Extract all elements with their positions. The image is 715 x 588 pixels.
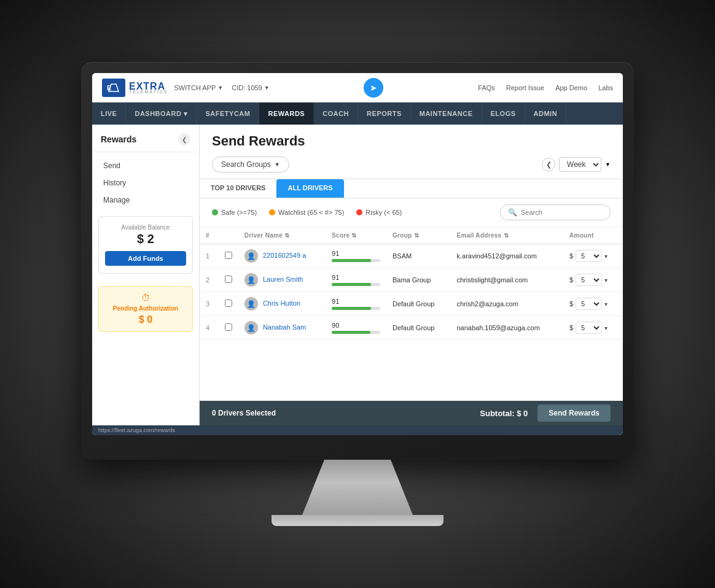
driver-avatar: 👤 (244, 273, 258, 287)
rank-cell: 4 (200, 316, 219, 340)
drivers-selected-label: 0 Drivers Selected (212, 409, 276, 417)
amount-chevron-icon: ▾ (604, 325, 608, 331)
col-checkbox (219, 227, 238, 244)
drivers-table: # Driver Name ⇅ Score ⇅ Group ⇅ Email Ad… (200, 227, 623, 340)
nav-item-reports[interactable]: REPORTS (358, 103, 411, 125)
row-checkbox-cell[interactable] (219, 292, 238, 316)
amount-cell: $ 5 10 25 ▾ (563, 292, 623, 316)
col-driver-name[interactable]: Driver Name ⇅ (238, 227, 326, 244)
search-input[interactable] (521, 209, 603, 216)
col-score[interactable]: Score ⇅ (326, 227, 386, 244)
search-box[interactable]: 🔍 (500, 204, 611, 220)
driver-name[interactable]: Chris Hutton (263, 300, 300, 307)
monitor-base (272, 515, 443, 526)
col-email[interactable]: Email Address ⇅ (450, 227, 563, 244)
driver-name[interactable]: Lauren Smith (263, 276, 303, 283)
sidebar-item-send[interactable]: Send (92, 157, 199, 174)
col-group[interactable]: Group ⇅ (386, 227, 451, 244)
score-bar-bg (332, 331, 380, 334)
nav-bar: LIVE DASHBOARD ▾ SAFETYCAM REWARDS COACH… (92, 103, 623, 125)
nav-item-coach[interactable]: COACH (314, 103, 358, 125)
nav-item-dashboard[interactable]: DASHBOARD ▾ (126, 103, 197, 125)
score-bar-fill (332, 307, 371, 310)
faqs-link[interactable]: FAQs (478, 84, 495, 91)
sidebar-collapse-button[interactable]: ❮ (178, 133, 190, 145)
email-cell: christislight@gmail.com (450, 268, 563, 292)
panel-controls: Search Groups ▼ ❮ Week ▼ (212, 157, 611, 179)
search-groups-button[interactable]: Search Groups ▼ (212, 157, 289, 172)
legend-safe: Safe (>=75) (212, 209, 257, 216)
send-rewards-button[interactable]: Send Rewards (537, 404, 611, 422)
watchlist-label: Watchlist (65 < #> 75) (278, 209, 344, 216)
amount-cell: $ 5 10 25 ▾ (563, 244, 623, 268)
pending-icon: ⏱ (105, 293, 186, 303)
amount-select[interactable]: 5 10 25 (576, 298, 602, 310)
row-checkbox[interactable] (225, 323, 232, 331)
location-icon[interactable]: ➤ (364, 78, 383, 98)
nav-item-rewards[interactable]: REWARDS (259, 103, 314, 125)
row-checkbox-cell[interactable] (219, 316, 238, 340)
report-issue-link[interactable]: Report Issue (506, 84, 544, 91)
group-cell: Default Group (386, 292, 451, 316)
add-funds-button[interactable]: Add Funds (105, 251, 186, 266)
row-checkbox-cell[interactable] (219, 268, 238, 292)
sidebar-header: Rewards ❮ (92, 133, 199, 152)
tab-all-drivers[interactable]: ALL DRIVERS (276, 179, 343, 198)
col-rank: # (200, 227, 219, 244)
panel-header: Send Rewards Search Groups ▼ ❮ Week (200, 125, 623, 179)
logo-sub: TELEMATICS (129, 90, 168, 94)
score-bar-bg (332, 307, 380, 310)
sidebar-item-manage[interactable]: Manage (92, 191, 199, 209)
nav-item-maintenance[interactable]: MAINTENANCE (411, 103, 482, 125)
row-checkbox-cell[interactable] (219, 244, 238, 268)
cid-badge[interactable]: CID: 1059 ▼ (232, 84, 269, 91)
subtotal-label: Subtotal: $ 0 (480, 409, 528, 418)
table-row: 4 👤 Nanabah Sam 90 Default Group nanabah… (200, 316, 623, 340)
amount-select[interactable]: 5 10 25 (576, 274, 602, 286)
score-cell: 91 (326, 292, 386, 316)
table-row: 3 👤 Chris Hutton 91 Default Group chrish… (200, 292, 623, 316)
switch-app-chevron-icon: ▼ (217, 85, 223, 91)
nav-item-admin[interactable]: ADMIN (525, 103, 567, 125)
driver-name[interactable]: Nanabah Sam (263, 323, 306, 331)
watchlist-dot-icon (269, 209, 275, 215)
app-demo-link[interactable]: App Demo (555, 84, 587, 91)
driver-name-cell: 👤 Nanabah Sam (238, 316, 326, 340)
score-bar-bg (332, 259, 380, 262)
row-checkbox[interactable] (225, 276, 232, 283)
row-checkbox[interactable] (225, 252, 232, 259)
tab-top10-drivers[interactable]: TOP 10 DRIVERS (200, 179, 276, 198)
amount-select[interactable]: 5 10 25 (576, 322, 602, 334)
logo-box: E (102, 79, 125, 97)
rank-cell: 3 (200, 292, 219, 316)
main-layout: Rewards ❮ Send History Manage Available … (92, 125, 623, 425)
labs-link[interactable]: Labs (598, 84, 613, 91)
bottom-bar: 0 Drivers Selected Subtotal: $ 0 Send Re… (200, 401, 623, 425)
amount-select[interactable]: 5 10 25 (576, 250, 602, 262)
legend-watchlist: Watchlist (65 < #> 75) (269, 209, 344, 216)
score-cell: 91 (326, 244, 386, 268)
currency-symbol: $ (569, 252, 573, 260)
driver-name[interactable]: 2201602549 a (263, 252, 306, 259)
table-row: 2 👤 Lauren Smith 91 Bama Group christisl… (200, 268, 623, 292)
risky-label: Risky (< 65) (365, 209, 402, 216)
balance-card: Available Balance $ 2 Add Funds (98, 216, 193, 274)
risky-dot-icon (356, 209, 362, 215)
row-checkbox[interactable] (225, 300, 232, 307)
col-amount: Amount (563, 227, 623, 244)
sidebar-item-history[interactable]: History (92, 174, 199, 191)
pending-amount: $ 0 (105, 314, 186, 325)
group-cell: Default Group (386, 316, 451, 340)
amount-chevron-icon: ▾ (604, 277, 608, 284)
switch-app-button[interactable]: SWITCH APP ▼ (174, 84, 223, 91)
rank-cell: 1 (200, 244, 219, 268)
week-select[interactable]: Week (559, 157, 601, 172)
currency-symbol: $ (569, 276, 573, 284)
prev-week-button[interactable]: ❮ (542, 158, 555, 171)
nav-item-live[interactable]: LIVE (92, 103, 126, 125)
nav-item-elogs[interactable]: ELOGS (482, 103, 525, 125)
status-bar: https://fleet.azuga.com/rewards (92, 425, 623, 435)
nav-item-safetycam[interactable]: SAFETYCAM (197, 103, 260, 125)
table-row: 1 👤 2201602549 a 91 BSAM k.aravind4512@g… (200, 244, 623, 268)
score-bar-fill (332, 331, 370, 334)
